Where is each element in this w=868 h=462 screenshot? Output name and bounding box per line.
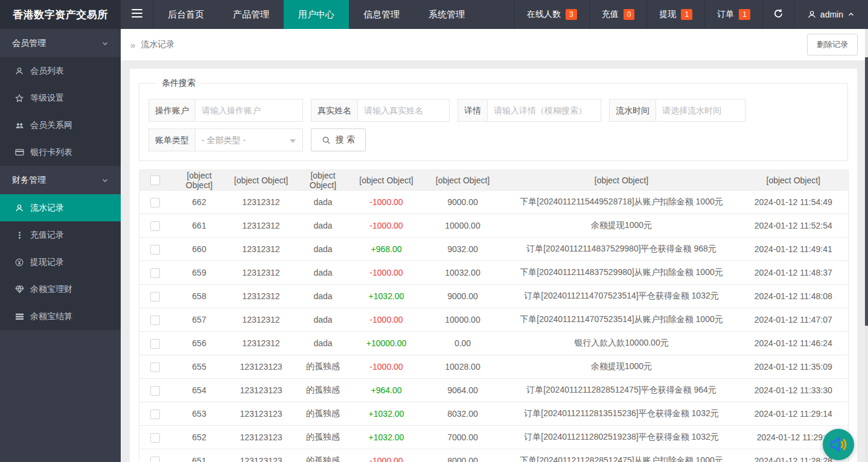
sidebar-group-finance-mgmt[interactable]: 财务管理 <box>0 166 121 194</box>
table-header-row: [object Object] [object Object] [object … <box>139 170 849 191</box>
row-checkbox[interactable] <box>150 362 160 372</box>
cell-detail: 余额提现1000元 <box>505 214 739 238</box>
cell-balance-before: 9000.00 <box>421 285 505 308</box>
row-checkbox[interactable] <box>150 292 160 302</box>
row-checkbox[interactable] <box>150 410 160 419</box>
admin-menu[interactable]: admin <box>794 0 868 29</box>
row-checkbox[interactable] <box>150 221 160 231</box>
topbar-stat[interactable]: 充值 0 <box>589 0 647 29</box>
row-checkbox[interactable] <box>150 433 160 443</box>
rows-icon <box>14 313 24 320</box>
content-area: 条件搜索 操作账户 真实姓名 <box>121 60 868 462</box>
sidebar-item[interactable]: 余额宝结算 <box>0 303 121 330</box>
cell-real-name: dada <box>295 332 352 355</box>
table-row: 653 123123123 的孤独感 +1032.00 8032.00 订单[2… <box>139 402 849 426</box>
cell-time: 2024-01-12 11:46:24 <box>739 332 849 355</box>
cell-real-name: dada <box>295 308 352 332</box>
chevron-up-icon <box>847 11 855 18</box>
row-checkbox[interactable] <box>150 386 160 396</box>
search-field-input[interactable] <box>488 99 601 122</box>
cell-detail: 订单[20240112114707523514]平仓获得金额 1032元 <box>505 285 739 308</box>
cell-time: 2024-01-12 11:54:49 <box>739 191 849 214</box>
stat-label: 在线人数 <box>527 9 561 20</box>
cell-detail: 银行入款入款10000.00元 <box>505 332 739 355</box>
row-checkbox-cell <box>139 261 171 285</box>
topnav-item[interactable]: 信息管理 <box>349 0 414 29</box>
cell-flow-id: 652 <box>171 426 228 449</box>
search-field-input[interactable] <box>656 99 745 122</box>
sidebar-item[interactable]: 银行卡列表 <box>0 139 121 166</box>
cell-balance-before: 9032.00 <box>421 238 505 261</box>
cell-detail: 下单[20240112115449528718]从账户扣除金额 1000元 <box>505 191 739 214</box>
search-button[interactable]: 搜 索 <box>311 128 366 151</box>
table-row: 659 12312312 dada -1000.00 10032.00 下单[2… <box>139 261 849 285</box>
search-field-label: 流水时间 <box>609 99 656 122</box>
cell-balance-before: 10000.00 <box>421 214 505 238</box>
search-panel: 条件搜索 操作账户 真实姓名 <box>139 78 848 161</box>
sidebar-submenu-member: 会员列表 等级设置 会员关系网 银行卡列表 <box>0 57 121 166</box>
top-nav: 后台首页 产品管理 用户中心 信息管理 系统管理 <box>153 0 479 29</box>
table-row: 657 12312312 dada -1000.00 10000.00 下单[2… <box>139 308 849 332</box>
cell-amount: -1000.00 <box>352 355 421 379</box>
row-checkbox[interactable] <box>150 315 160 325</box>
cell-detail: 余额提现1000元 <box>505 355 739 379</box>
sidebar-group-member-mgmt[interactable]: 会员管理 <box>0 29 121 57</box>
cell-flow-id: 658 <box>171 285 228 308</box>
cell-balance-before: 0.00 <box>421 332 505 355</box>
row-checkbox[interactable] <box>150 245 160 255</box>
topnav-item[interactable]: 产品管理 <box>219 0 284 29</box>
select-all-checkbox[interactable] <box>150 176 160 185</box>
user-icon <box>808 10 816 19</box>
search-field-label: 详情 <box>458 99 488 122</box>
cell-real-name: 的孤独感 <box>295 379 352 402</box>
sidebar-item-label: 余额宝理财 <box>30 284 72 295</box>
cell-flow-id: 654 <box>171 379 228 402</box>
cell-time: 2024-01-12 11:47:07 <box>739 308 849 332</box>
cell-real-name: 的孤独感 <box>295 449 352 462</box>
sidebar-item[interactable]: 流水记录 <box>0 194 121 221</box>
bill-type-selected-value: - 全部类型 - <box>202 135 246 145</box>
sidebar: 会员管理 会员列表 等级设置 会员关系网 银行卡列表 财务管 <box>0 29 121 462</box>
topbar-stat[interactable]: 提现 1 <box>646 0 704 29</box>
topbar-stat[interactable]: 订单 1 <box>704 0 762 29</box>
sidebar-item[interactable]: 会员列表 <box>0 57 121 84</box>
refresh-button[interactable] <box>762 0 794 29</box>
sidebar-item[interactable]: 充值记录 <box>0 221 121 248</box>
cell-detail: 下单[20240112114707523514]从账户扣除金额 1000元 <box>505 308 739 332</box>
double-arrow-icon: » <box>130 40 135 50</box>
cell-account: 123123123 <box>228 355 295 379</box>
scrollbar-thumb[interactable] <box>865 57 868 326</box>
breadcrumb-bar: » 流水记录 删除记录 <box>121 29 868 60</box>
cell-flow-id: 661 <box>171 214 228 238</box>
sidebar-item[interactable]: 提现记录 <box>0 248 121 276</box>
row-checkbox[interactable] <box>150 268 160 278</box>
cell-account: 12312312 <box>228 332 295 355</box>
cell-amount: -1000.00 <box>352 308 421 332</box>
cell-flow-id: 656 <box>171 332 228 355</box>
column-header: [object Object] <box>228 170 295 191</box>
row-checkbox-cell <box>139 238 171 261</box>
bill-type-select[interactable]: - 全部类型 - <box>196 128 303 151</box>
topnav-item[interactable]: 后台首页 <box>153 0 219 29</box>
sidebar-toggle-button[interactable] <box>121 0 153 29</box>
sidebar-item[interactable]: 会员关系网 <box>0 112 121 139</box>
cell-account: 123123123 <box>228 449 295 462</box>
sidebar-item[interactable]: 等级设置 <box>0 84 121 112</box>
top-bar: 香港数字资产交易所 后台首页 产品管理 用户中心 信息管理 系统管理 在线人数 … <box>0 0 868 29</box>
sidebar-item[interactable]: 余额宝理财 <box>0 276 121 303</box>
users-icon <box>14 121 24 130</box>
search-field-input[interactable] <box>358 99 450 122</box>
row-checkbox[interactable] <box>150 198 160 207</box>
cell-detail: 下单[20240112114837529980]从账户扣除金额 1000元 <box>505 261 739 285</box>
topbar-stat[interactable]: 在线人数 3 <box>514 0 589 29</box>
delete-records-button[interactable]: 删除记录 <box>807 34 858 55</box>
row-checkbox[interactable] <box>150 339 160 349</box>
sidebar-group-label: 财务管理 <box>12 175 46 186</box>
row-checkbox-cell <box>139 332 171 355</box>
topnav-item[interactable]: 系统管理 <box>414 0 479 29</box>
announcement-fab-button[interactable] <box>823 429 854 460</box>
row-checkbox[interactable] <box>150 457 160 462</box>
topnav-item[interactable]: 用户中心 <box>284 0 349 29</box>
search-field-input[interactable] <box>196 99 303 122</box>
menu-icon <box>132 9 142 20</box>
